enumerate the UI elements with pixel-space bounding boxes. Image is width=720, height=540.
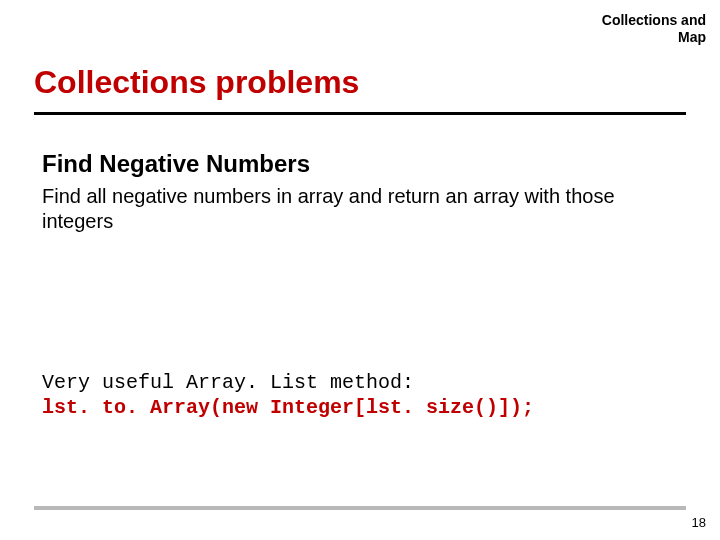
code-block: Very useful Array. List method: lst. to.… bbox=[42, 370, 678, 420]
code-line-1: Very useful Array. List method: bbox=[42, 370, 678, 395]
section-heading: Find Negative Numbers bbox=[42, 150, 678, 178]
code-line-2: lst. to. Array(new Integer[lst. size()])… bbox=[42, 395, 678, 420]
content-block: Find Negative Numbers Find all negative … bbox=[42, 150, 678, 234]
section-body: Find all negative numbers in array and r… bbox=[42, 184, 678, 234]
footer-rule bbox=[34, 506, 686, 510]
header-line-2: Map bbox=[678, 29, 706, 45]
slide: Collections and Map Collections problems… bbox=[0, 0, 720, 540]
slide-title: Collections problems bbox=[34, 64, 359, 101]
header-label: Collections and Map bbox=[602, 12, 706, 46]
header-line-1: Collections and bbox=[602, 12, 706, 28]
title-rule bbox=[34, 112, 686, 115]
page-number: 18 bbox=[692, 515, 706, 530]
